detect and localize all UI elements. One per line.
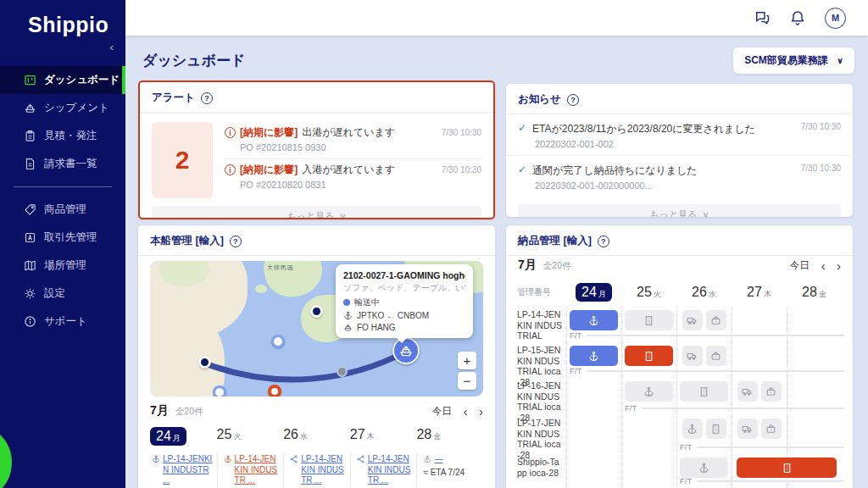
notice-timestamp: 7/30 10:30 <box>801 164 841 173</box>
truck-step-button[interactable] <box>682 310 703 330</box>
day-tab[interactable]: 28金 <box>787 285 842 300</box>
day-tab[interactable]: 28金 <box>416 427 483 446</box>
alert-po-number: PO #20210820 0831 <box>240 180 481 190</box>
notices-title: お知らせ <box>518 92 561 107</box>
delivery-step-button[interactable] <box>706 310 726 330</box>
sidebar: Shippio ‹ ダッシュボード シップメント 見積・発注 請求書一覧 商品管… <box>0 0 125 488</box>
truck-icon <box>687 351 698 362</box>
sidebar-item-label: 商品管理 <box>44 202 86 217</box>
sidebar-item-invoices[interactable]: 請求書一覧 <box>0 150 125 178</box>
alert-row[interactable]: i [納期に影響] 出港が遅れています 7/30 10:30 PO #20210… <box>225 122 481 158</box>
notice-row[interactable]: ✓ ETAが2023/8/11から2023/8/20に変更されました 7/30 … <box>506 114 853 155</box>
truck-icon <box>742 424 753 435</box>
avatar[interactable]: M <box>825 8 846 29</box>
warehouse-step-button[interactable] <box>706 419 726 439</box>
next-icon[interactable]: › <box>837 260 841 272</box>
anchor-icon <box>343 311 353 320</box>
anchor-step-button[interactable] <box>625 381 673 402</box>
warehouse-step-button-alert[interactable] <box>625 346 673 366</box>
today-button[interactable]: 今日 <box>790 259 810 272</box>
bell-icon[interactable] <box>789 9 806 26</box>
tooltip-shipment-id: 2102-0027-1-GAOMING hoghog... <box>343 270 465 280</box>
ft-marker: F/T <box>680 442 844 452</box>
sidebar-item-shipment[interactable]: シップメント <box>0 94 125 122</box>
notices-show-more-button[interactable]: もっと見る ∨ <box>518 204 841 217</box>
help-icon[interactable]: ? <box>567 94 579 106</box>
vessel-map[interactable]: 大韓民国 2102-0027-1-GAOMING hoghog... ソファ、ベ… <box>150 261 483 396</box>
sidebar-item-quote-order[interactable]: 見積・発注 <box>0 122 125 150</box>
chevron-down-icon: ∨ <box>702 209 709 218</box>
dashboard-icon <box>24 74 36 86</box>
sidebar-divider <box>14 186 112 187</box>
help-icon[interactable]: ? <box>598 236 609 247</box>
day-tab[interactable]: 26水 <box>283 427 350 446</box>
day-tab[interactable]: 25火 <box>621 285 676 300</box>
map-marker-open[interactable] <box>213 385 226 396</box>
sidebar-item-partners[interactable]: 取引先管理 <box>0 224 125 252</box>
clipboard-icon <box>24 130 36 142</box>
truck-icon <box>742 386 753 397</box>
day-tab[interactable]: 27木 <box>732 285 787 300</box>
help-icon[interactable]: ? <box>230 236 242 247</box>
today-button[interactable]: 今日 <box>432 405 452 418</box>
shipment-link[interactable]: LP-14-JENKIN INDUSTR ... <box>235 454 281 486</box>
map-marker-open[interactable] <box>271 335 285 348</box>
notice-id: 20220302-001-002 <box>535 139 841 149</box>
alerts-show-more-button[interactable]: もっと見る ∨ <box>152 206 481 219</box>
sidebar-item-locations[interactable]: 場所管理 <box>0 252 125 280</box>
anchor-step-button[interactable] <box>570 310 618 330</box>
prev-icon[interactable]: ‹ <box>464 406 468 418</box>
map-zoom-out-button[interactable]: − <box>458 372 476 390</box>
day-tab-selected[interactable]: 24月 <box>576 283 612 302</box>
warehouse-step-button-alert[interactable] <box>737 458 837 478</box>
day-tab-selected[interactable]: 24月 <box>150 427 186 446</box>
notice-text: 通関が完了し納品待ちになりました <box>532 164 698 178</box>
alert-row[interactable]: i [納期に影響] 入港が遅れています 7/30 10:30 PO #20210… <box>225 158 481 196</box>
anchor-step-button[interactable] <box>682 419 703 439</box>
day-tab[interactable]: 26水 <box>676 285 732 300</box>
sidebar-item-dashboard[interactable]: ダッシュボード <box>0 66 125 94</box>
map-marker-port[interactable] <box>198 356 211 369</box>
map-zoom-in-button[interactable]: + <box>458 352 476 369</box>
total-count: 全20件 <box>543 260 571 272</box>
delivery-title: 納品管理 [輸入] <box>518 234 592 248</box>
warehouse-step-button[interactable] <box>625 310 673 330</box>
info-circle-icon <box>24 315 36 328</box>
month-label: 7月 <box>150 403 169 419</box>
warehouse-step-button[interactable] <box>680 381 728 402</box>
shipment-link[interactable]: LP-14-JENKIN INDUSTR ... <box>301 454 347 486</box>
help-icon[interactable]: ? <box>201 92 213 104</box>
truck-step-button[interactable] <box>682 346 703 366</box>
app-logo: Shippio <box>0 0 125 37</box>
alert-count-badge: 2 <box>152 122 213 198</box>
day-tab[interactable]: 27木 <box>350 427 417 446</box>
anchor-step-button[interactable] <box>680 458 728 478</box>
map-marker-alert[interactable] <box>268 385 281 396</box>
org-selector-dropdown[interactable]: SCM部貿易業務課 ∨ <box>733 47 854 74</box>
prev-icon[interactable]: ‹ <box>821 260 826 272</box>
anchor-step-button[interactable] <box>570 346 618 366</box>
notice-row[interactable]: ✓ 通関が完了し納品待ちになりました 7/30 10:30 20220302-0… <box>506 155 853 197</box>
shipment-link[interactable]: LP-14-JENKIN INDUSTR ... <box>163 454 214 486</box>
sidebar-collapse-icon[interactable]: ‹ <box>110 41 114 53</box>
box-icon <box>765 386 776 397</box>
shipment-link[interactable]: LP-14-JENKIN INDUSTR ... <box>368 454 414 486</box>
truck-step-button[interactable] <box>737 419 758 439</box>
day-tab[interactable]: 25火 <box>217 427 284 446</box>
anchor-icon <box>423 455 431 463</box>
truck-step-button[interactable] <box>737 381 758 402</box>
ship-icon <box>398 343 414 358</box>
sidebar-item-products[interactable]: 商品管理 <box>0 196 125 224</box>
map-marker-waypoint[interactable] <box>337 366 348 377</box>
chevron-down-icon: ∨ <box>837 56 843 65</box>
delivery-step-button[interactable] <box>761 381 782 402</box>
delivery-step-button[interactable] <box>761 419 782 439</box>
map-marker-port[interactable] <box>310 305 323 318</box>
delivery-step-button[interactable] <box>706 346 726 366</box>
sidebar-item-label: 請求書一覧 <box>44 157 97 171</box>
sidebar-item-settings[interactable]: 設定 <box>0 280 125 308</box>
next-icon[interactable]: › <box>479 406 483 418</box>
chat-icon[interactable] <box>754 9 771 26</box>
sidebar-item-support[interactable]: サポート <box>0 308 125 336</box>
alert-tag: [納期に影響] <box>240 125 298 140</box>
